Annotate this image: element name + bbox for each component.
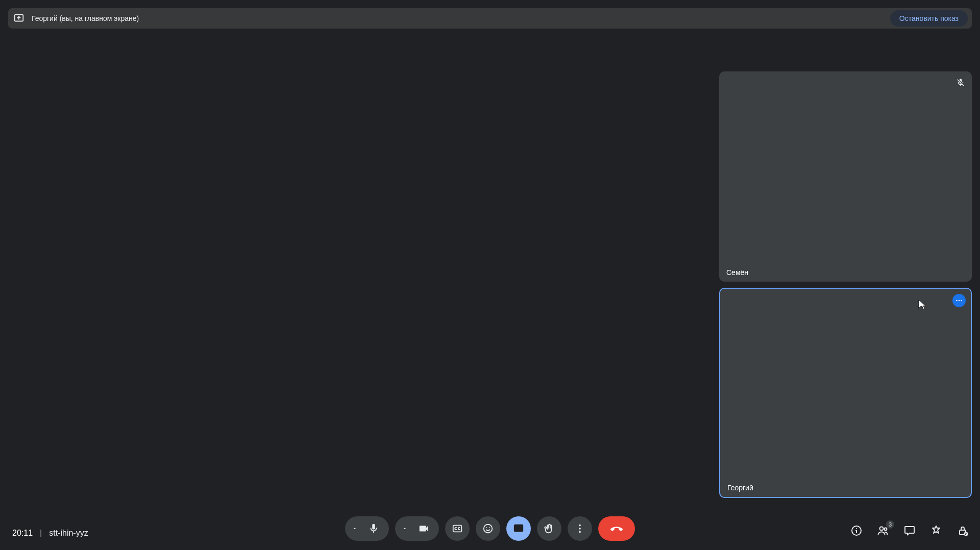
svg-point-14 — [885, 528, 887, 531]
participant-tile[interactable]: Георгий — [719, 288, 972, 498]
camera-options-toggle[interactable] — [398, 516, 411, 541]
raise-hand-button[interactable] — [537, 516, 561, 541]
svg-point-1 — [956, 300, 958, 302]
leave-call-button[interactable] — [598, 516, 635, 541]
camera-control — [395, 516, 439, 541]
presenting-bar: Георгий (вы, на главном экране) Останови… — [8, 8, 972, 29]
camera-button[interactable] — [411, 516, 436, 541]
svg-point-3 — [961, 300, 962, 302]
svg-point-13 — [880, 527, 884, 531]
right-panel-icons: 3 — [849, 523, 970, 538]
svg-point-10 — [579, 528, 581, 530]
captions-button[interactable] — [445, 516, 470, 541]
separator: | — [40, 529, 42, 538]
participant-name: Георгий — [727, 484, 753, 492]
call-controls — [345, 516, 635, 541]
svg-point-2 — [959, 300, 960, 302]
participant-tile[interactable]: Семён — [719, 71, 972, 282]
present-screen-button[interactable] — [506, 516, 531, 541]
mic-control — [345, 516, 389, 541]
present-to-all-icon — [13, 13, 24, 24]
activities-button[interactable] — [929, 523, 943, 538]
clock-time: 20:11 — [12, 529, 33, 538]
presenter-label: Георгий (вы, на главном экране) — [32, 14, 139, 22]
meeting-code[interactable]: stt-ihin-yyz — [49, 529, 88, 538]
chat-button[interactable] — [902, 523, 917, 538]
participant-name: Семён — [726, 268, 748, 277]
svg-point-7 — [489, 527, 490, 528]
participant-count-badge: 3 — [886, 520, 894, 529]
svg-point-6 — [486, 527, 487, 528]
mic-button[interactable] — [361, 516, 386, 541]
svg-rect-4 — [453, 526, 462, 532]
meeting-info: 20:11 | stt-ihin-yyz — [12, 529, 88, 538]
svg-point-9 — [579, 524, 581, 527]
meeting-details-button[interactable] — [849, 523, 864, 538]
svg-point-5 — [484, 524, 493, 533]
more-options-button[interactable] — [568, 516, 592, 541]
people-button[interactable]: 3 — [876, 523, 890, 538]
host-controls-button[interactable] — [955, 523, 970, 538]
reactions-button[interactable] — [476, 516, 500, 541]
mic-options-toggle[interactable] — [348, 516, 361, 541]
stop-presenting-button[interactable]: Остановить показ — [890, 10, 968, 27]
mic-off-icon — [955, 78, 966, 88]
tile-more-button[interactable] — [952, 294, 966, 307]
svg-point-11 — [579, 531, 581, 533]
